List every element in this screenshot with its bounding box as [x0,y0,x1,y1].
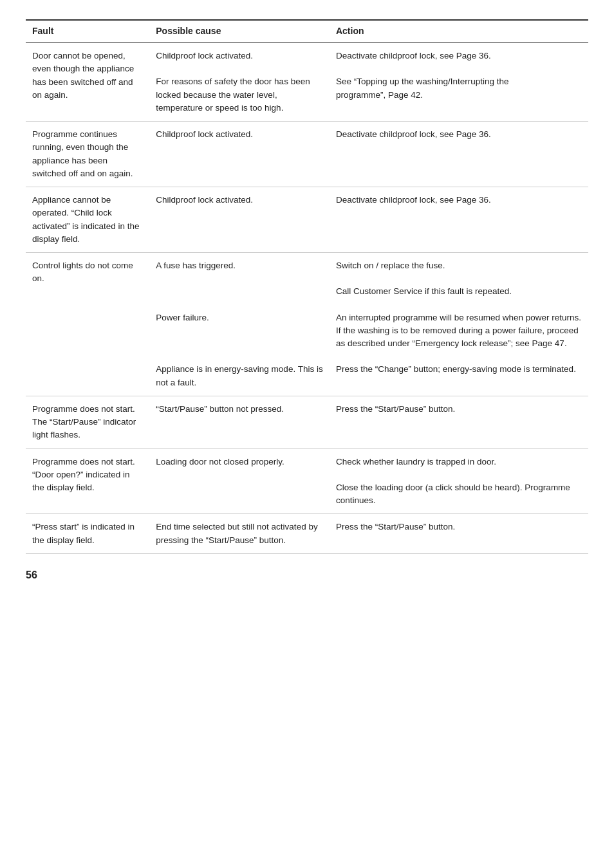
action-cell: Press the “Start/Pause” button. [330,396,588,448]
action-cell: Call Customer Service if this fault is r… [330,279,588,304]
action-cell: Close the loading door (a click should b… [330,475,588,514]
cause-cell: Childproof lock activated. [149,122,330,187]
fault-cell: Appliance cannot be operated. “Child loc… [26,187,149,253]
cause-cell: For reasons of safety the door has been … [149,69,330,121]
action-cell: Check whether laundry is trapped in door… [330,448,588,475]
table-row: Appliance cannot be operated. “Child loc… [26,187,588,253]
table-row: Programme does not start. The “Start/Pau… [26,396,588,448]
cause-cell [149,475,330,514]
table-row: Control lights do not come on.A fuse has… [26,253,588,279]
fault-cell: Programme does not start. The “Start/Pau… [26,396,149,448]
action-cell: See “Topping up the washing/Interrupting… [330,69,588,121]
table-row: Programme continues running, even though… [26,122,588,187]
table-row: Door cannot be opened, even though the a… [26,43,588,69]
table-row: Programme does not start.“Door open?” in… [26,448,588,475]
action-cell: Deactivate childproof lock, see Page 36. [330,43,588,69]
cause-cell: Power failure. [149,305,330,357]
action-cell: Deactivate childproof lock, see Page 36. [330,122,588,187]
cause-cell: “Start/Pause” button not pressed. [149,396,330,448]
cause-cell: Childproof lock activated. [149,187,330,253]
action-cell: An interrupted programme will be resumed… [330,305,588,357]
action-cell: Press the “Change” button; energy-saving… [330,356,588,396]
cause-cell: Childproof lock activated. [149,43,330,69]
fault-cell: Programme does not start.“Door open?” in… [26,448,149,514]
cause-cell: A fuse has triggered. [149,253,330,279]
action-cell: Switch on / replace the fuse. [330,253,588,279]
cause-cell: End time selected but still not activate… [149,514,330,554]
col-action: Action [330,20,588,43]
fault-cell: Control lights do not come on. [26,253,149,396]
page-number: 56 [26,569,588,581]
fault-cell: Programme continues running, even though… [26,122,149,187]
col-fault: Fault [26,20,149,43]
table-row: “Press start” is indicated in the displa… [26,514,588,554]
cause-cell: Appliance is in energy-saving mode. This… [149,356,330,396]
fault-cell: Door cannot be opened, even though the a… [26,43,149,122]
fault-cell: “Press start” is indicated in the displa… [26,514,149,554]
cause-cell [149,279,330,304]
fault-table: Fault Possible cause Action Door cannot … [26,19,588,554]
cause-cell: Loading door not closed properly. [149,448,330,475]
action-cell: Deactivate childproof lock, see Page 36. [330,187,588,253]
col-cause: Possible cause [149,20,330,43]
action-cell: Press the “Start/Pause” button. [330,514,588,554]
